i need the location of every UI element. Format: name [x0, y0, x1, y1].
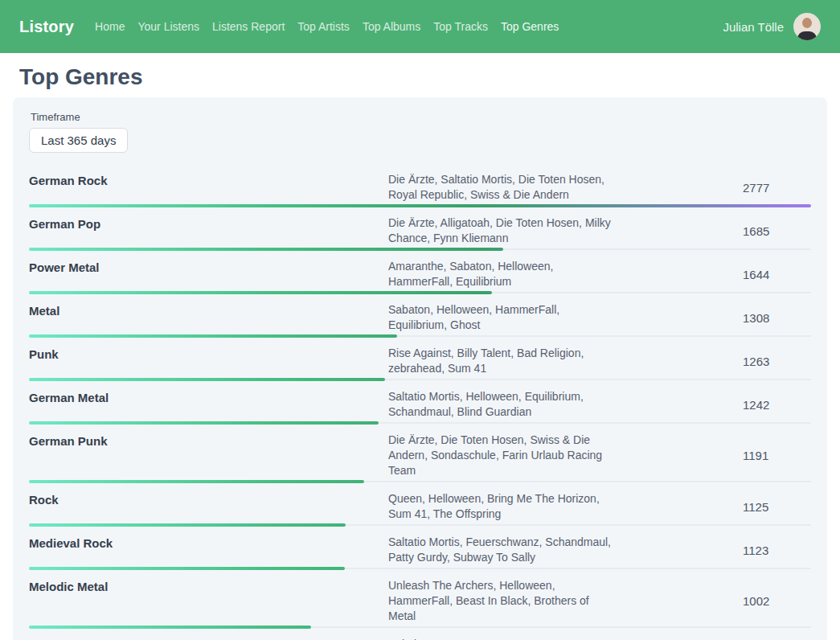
brand-logo[interactable]: Listory [19, 18, 74, 36]
genre-count: 1644 [743, 268, 811, 281]
genre-row: Melodic Metal Unleash The Archers, Hello… [29, 570, 811, 629]
genre-artists: Unleash The Archers, Helloween, HammerFa… [388, 578, 613, 624]
genre-artists-cell: Saltatio Mortis, Feuerschwanz, Schandmau… [388, 535, 743, 565]
genre-name: German Pop [29, 215, 388, 246]
genre-artists: Sabaton, Helloween, HammerFall, Equilibr… [388, 302, 613, 333]
genre-bar-fill [29, 378, 385, 381]
genre-bar-fill [29, 523, 346, 527]
nav-item-top-albums[interactable]: Top Albums [356, 14, 427, 39]
genre-artists: Rise Against, Billy Talent, Bad Religion… [388, 346, 613, 376]
genre-artists: Amaranthe, Sabaton, Helloween, HammerFal… [388, 259, 613, 289]
genre-artists: Die Ärzte, Saltatio Mortis, Die Toten Ho… [388, 172, 613, 203]
genre-bar [29, 626, 811, 629]
genre-name: Metal [29, 302, 388, 333]
genre-artists-cell: Die Ärzte, Die Toten Hosen, Swiss & Die … [388, 433, 743, 478]
nav-item-home[interactable]: Home [88, 14, 131, 39]
genre-artists-cell: Saltatio Mortis, Helloween, Equilibrium,… [388, 389, 743, 420]
genre-name: Rock [29, 491, 388, 522]
genre-name: Power Metal [29, 259, 388, 289]
genre-count: 1125 [743, 500, 811, 514]
nav-item-top-artists[interactable]: Top Artists [291, 14, 356, 39]
genre-artists: Die Ärzte, Die Toten Hosen, Swiss & Die … [388, 433, 613, 478]
genre-artists-cell: Die Ärzte, Alligatoah, Die Toten Hosen, … [388, 215, 743, 246]
genre-row: German Pop Die Ärzte, Alligatoah, Die To… [29, 207, 811, 251]
genre-bar [29, 334, 811, 338]
genre-name: German Rock [29, 172, 388, 203]
genre-row: Rock Queen, Helloween, Bring Me The Hori… [29, 483, 811, 527]
genre-artists: Bukahara, Käptn Peng, KYTES, Von Wegen L… [388, 637, 613, 640]
genre-artists-cell: Die Ärzte, Saltatio Mortis, Die Toten Ho… [388, 172, 743, 203]
genre-bar-fill [29, 626, 311, 629]
main-content: Top Genres Timeframe Last 365 days Germa… [0, 64, 840, 640]
genre-artists-cell: Rise Against, Billy Talent, Bad Religion… [388, 346, 743, 376]
genre-count: 1263 [743, 355, 811, 368]
genre-bar-fill [29, 567, 345, 570]
nav-item-your-listens[interactable]: Your Listens [131, 14, 206, 39]
genre-row: German Metal Saltatio Mortis, Helloween,… [29, 381, 811, 425]
navbar: Listory HomeYour ListensListens ReportTo… [0, 0, 840, 53]
timeframe-label: Timeframe [31, 111, 811, 123]
genre-name: German Indie [29, 637, 388, 640]
genre-artists: Die Ärzte, Alligatoah, Die Toten Hosen, … [388, 215, 613, 246]
avatar-body-shape [797, 31, 817, 40]
genre-count: 1242 [743, 398, 811, 412]
genre-bar [29, 204, 811, 207]
genre-artists-cell: Amaranthe, Sabaton, Helloween, HammerFal… [388, 259, 743, 289]
genre-bar [29, 248, 811, 251]
genre-bar [29, 378, 811, 381]
nav-item-listens-report[interactable]: Listens Report [206, 14, 291, 39]
genre-bar [29, 421, 811, 425]
genre-row: Metal Sabaton, Helloween, HammerFall, Eq… [29, 294, 811, 338]
genre-artists: Queen, Helloween, Bring Me The Horizon, … [388, 491, 613, 522]
timeframe-filter: Timeframe Last 365 days [29, 111, 811, 153]
genre-bar [29, 480, 811, 483]
genre-bar-fill [29, 334, 397, 338]
genre-bar-fill [29, 421, 379, 425]
genre-count: 1191 [743, 449, 811, 462]
genre-count: 2777 [743, 181, 811, 195]
genre-name: German Punk [29, 433, 388, 478]
genre-bar [29, 567, 811, 570]
genre-row: Punk Rise Against, Billy Talent, Bad Rel… [29, 338, 811, 381]
user-name: Julian Tölle [723, 20, 784, 34]
avatar[interactable] [793, 13, 821, 40]
nav-item-top-tracks[interactable]: Top Tracks [427, 14, 494, 39]
genre-count: 1308 [743, 311, 811, 325]
nav-item-top-genres[interactable]: Top Genres [494, 14, 565, 39]
genre-artists-cell: Sabaton, Helloween, HammerFall, Equilibr… [388, 302, 743, 333]
genre-bar-fill [29, 248, 503, 251]
top-genres-card: Timeframe Last 365 days German Rock Die … [13, 97, 827, 640]
genre-artists-cell: Bukahara, Käptn Peng, KYTES, Von Wegen L… [388, 637, 743, 640]
avatar-head-shape [802, 18, 812, 28]
genre-table: German Rock Die Ärzte, Saltatio Mortis, … [29, 164, 811, 640]
genre-bar-fill [29, 291, 492, 294]
genre-artists-cell: Queen, Helloween, Bring Me The Horizon, … [388, 491, 743, 522]
genre-row: Power Metal Amaranthe, Sabaton, Hellowee… [29, 251, 811, 294]
genre-row: German Indie Bukahara, Käptn Peng, KYTES… [29, 629, 811, 640]
nav-links: HomeYour ListensListens ReportTop Artist… [88, 14, 565, 39]
genre-artists: Saltatio Mortis, Helloween, Equilibrium,… [388, 389, 613, 420]
genre-count: 1685 [743, 224, 811, 238]
genre-bar [29, 291, 811, 294]
page-title: Top Genres [19, 64, 827, 90]
genre-row: Medieval Rock Saltatio Mortis, Feuerschw… [29, 527, 811, 570]
genre-bar-fill [29, 204, 811, 207]
genre-bar-fill [29, 480, 364, 483]
genre-name: Punk [29, 346, 388, 376]
genre-artists: Saltatio Mortis, Feuerschwanz, Schandmau… [388, 535, 613, 565]
timeframe-select[interactable]: Last 365 days [29, 128, 128, 153]
genre-count: 1002 [743, 594, 811, 608]
genre-row: German Punk Die Ärzte, Die Toten Hosen, … [29, 425, 811, 483]
genre-row: German Rock Die Ärzte, Saltatio Mortis, … [29, 164, 811, 207]
genre-name: German Metal [29, 389, 388, 420]
user-menu[interactable]: Julian Tölle [723, 13, 821, 40]
genre-name: Melodic Metal [29, 578, 388, 624]
genre-count: 1123 [743, 544, 811, 557]
genre-artists-cell: Unleash The Archers, Helloween, HammerFa… [388, 578, 743, 624]
genre-name: Medieval Rock [29, 535, 388, 565]
genre-bar [29, 523, 811, 527]
